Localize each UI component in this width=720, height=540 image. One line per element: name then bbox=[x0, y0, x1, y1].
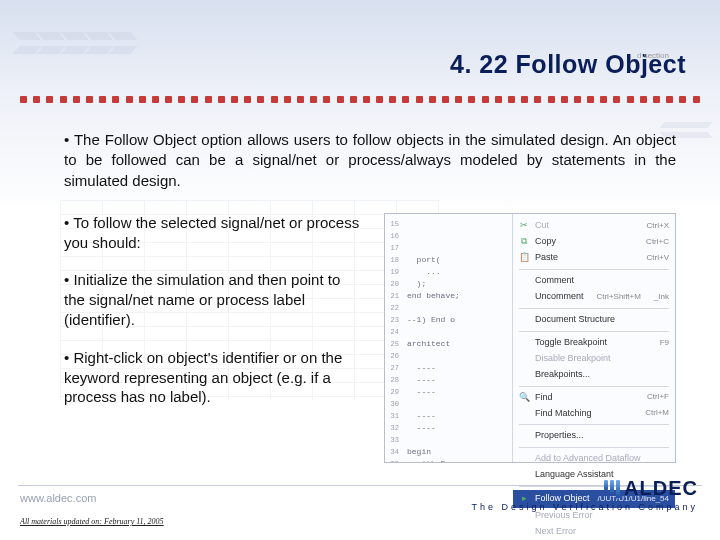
bullet-intro: • The Follow Object option allows users … bbox=[64, 130, 676, 191]
menu-item-shortcut: Ctrl+F bbox=[647, 391, 669, 403]
doc-structure-icon bbox=[519, 315, 529, 325]
menu-item-label: Comment bbox=[535, 274, 574, 288]
brand-mark: ALDEC bbox=[471, 477, 698, 500]
menu-item-label: Paste bbox=[535, 251, 558, 265]
add-dataflow-icon bbox=[519, 454, 529, 464]
bullet-2: • To follow the selected signal/net or p… bbox=[64, 213, 364, 253]
menu-item-shortcut: Ctrl+Shift+M bbox=[596, 291, 640, 303]
menu-item-label: Copy bbox=[535, 235, 556, 249]
side-note: _Ink bbox=[654, 291, 669, 303]
bg-chevrons-left bbox=[16, 14, 136, 72]
menu-item-properties[interactable]: Properties... bbox=[519, 428, 669, 444]
footer-updated: All materials updated on: February 11, 2… bbox=[20, 517, 164, 526]
previous-error-icon bbox=[519, 511, 529, 521]
menu-item-shortcut: Ctrl+M bbox=[645, 407, 669, 419]
menu-item-label: Find bbox=[535, 391, 553, 405]
find-matching-icon bbox=[519, 408, 529, 418]
menu-item-cut[interactable]: ✂CutCtrl+X bbox=[519, 218, 669, 234]
menu-item-find[interactable]: 🔍FindCtrl+F bbox=[519, 390, 669, 406]
code-cutoff-note: d section bbox=[519, 50, 669, 62]
menu-item-label: Disable Breakpoint bbox=[535, 352, 611, 366]
bullet-4: • Right-click on object's identifier or … bbox=[64, 348, 364, 407]
paste-icon: 📋 bbox=[519, 253, 529, 263]
menu-item-label: Uncomment bbox=[535, 290, 584, 304]
comment-icon bbox=[519, 276, 529, 286]
footer-url: www.aldec.com bbox=[20, 492, 96, 504]
menu-item-label: Toggle Breakpoint bbox=[535, 336, 607, 350]
next-error-icon bbox=[519, 527, 529, 537]
menu-item-shortcut: Ctrl+C bbox=[646, 236, 669, 248]
menu-item-shortcut: Ctrl+V bbox=[647, 252, 669, 264]
code-editor-snippet: 15 16 17 18 19 20 21 22 23 24 25 26 27 2… bbox=[385, 214, 513, 462]
menu-item-shortcut: F9 bbox=[660, 337, 669, 349]
code-text: port( ... ); end behave; --1) End o arch… bbox=[407, 254, 508, 462]
menu-item-label: Properties... bbox=[535, 429, 584, 443]
left-column: • To follow the selected signal/net or p… bbox=[64, 213, 364, 463]
brand-tagline: The Design Verification Company bbox=[471, 502, 698, 512]
divider-dots bbox=[20, 96, 700, 106]
menu-item-label: Next Error bbox=[535, 525, 576, 539]
cut-icon: ✂ bbox=[519, 221, 529, 231]
line-gutter: 15 16 17 18 19 20 21 22 23 24 25 26 27 2… bbox=[387, 218, 399, 462]
disable-bp-icon bbox=[519, 354, 529, 364]
menu-item-breakpoints[interactable]: Breakpoints... bbox=[519, 367, 669, 383]
menu-item-toggle-bp[interactable]: Toggle BreakpointF9 bbox=[519, 335, 669, 351]
menu-item-paste[interactable]: 📋PasteCtrl+V bbox=[519, 250, 669, 266]
slide-body: • The Follow Object option allows users … bbox=[64, 130, 676, 470]
menu-item-label: Breakpoints... bbox=[535, 368, 590, 382]
menu-item-comment[interactable]: Comment bbox=[519, 273, 669, 289]
copy-icon: ⧉ bbox=[519, 237, 529, 247]
menu-item-shortcut: Ctrl+X bbox=[647, 220, 669, 232]
menu-item-add-dataflow[interactable]: Add to Advanced Dataflow bbox=[519, 451, 669, 467]
bullet-3: • Initialize the simulation and then poi… bbox=[64, 270, 364, 329]
menu-item-label: Cut bbox=[535, 219, 549, 233]
logo-bars-icon bbox=[604, 480, 620, 498]
menu-item-label: Document Structure bbox=[535, 313, 615, 327]
menu-item-next-error[interactable]: Next Error bbox=[519, 524, 669, 540]
menu-item-find-matching[interactable]: Find MatchingCtrl+M bbox=[519, 406, 669, 422]
menu-item-uncomment[interactable]: UncommentCtrl+Shift+M_Ink bbox=[519, 289, 669, 305]
menu-item-label: Add to Advanced Dataflow bbox=[535, 452, 641, 466]
find-icon: 🔍 bbox=[519, 393, 529, 403]
uncomment-icon bbox=[519, 292, 529, 302]
menu-item-copy[interactable]: ⧉CopyCtrl+C bbox=[519, 234, 669, 250]
screenshot-context-menu: 15 16 17 18 19 20 21 22 23 24 25 26 27 2… bbox=[384, 213, 676, 463]
slide: 4. 22 Follow Object • The Follow Object … bbox=[0, 0, 720, 540]
menu-item-doc-structure[interactable]: Document Structure bbox=[519, 312, 669, 328]
properties-icon bbox=[519, 431, 529, 441]
menu-item-disable-bp[interactable]: Disable Breakpoint bbox=[519, 351, 669, 367]
menu-item-label: Find Matching bbox=[535, 407, 592, 421]
toggle-bp-icon bbox=[519, 338, 529, 348]
footer-logo: ALDEC The Design Verification Company bbox=[471, 477, 698, 512]
context-menu: d section✂CutCtrl+X⧉CopyCtrl+C📋PasteCtrl… bbox=[513, 214, 675, 462]
brand-name: ALDEC bbox=[624, 477, 698, 500]
breakpoints-icon bbox=[519, 370, 529, 380]
